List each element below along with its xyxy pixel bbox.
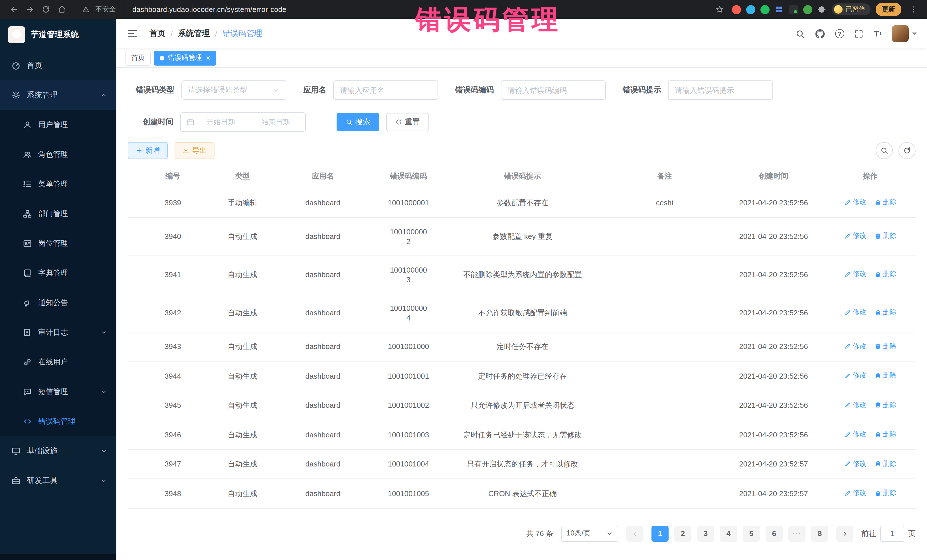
delete-link[interactable]: 删除 (874, 459, 897, 469)
delete-link[interactable]: 删除 (874, 371, 897, 380)
page-button-1[interactable]: 1 (652, 525, 669, 542)
error-hint-input[interactable] (668, 80, 773, 100)
browser-forward-icon[interactable] (23, 3, 36, 16)
sidebar-item-user-management[interactable]: 用户管理 (0, 110, 116, 140)
edit-link[interactable]: 修改 (844, 371, 866, 380)
browser-menu-icon[interactable] (906, 3, 920, 16)
sidebar-item-audit-log[interactable]: 审计日志 (0, 318, 116, 347)
search-icon[interactable] (795, 29, 805, 39)
refresh-icon (395, 118, 402, 126)
infra-icon (11, 446, 21, 456)
table-row: 3940自动生成dashboard1001000002参数配置 key 重复20… (128, 217, 916, 255)
edit-link[interactable]: 修改 (844, 488, 866, 498)
pager-more-button[interactable]: ··· (789, 525, 805, 542)
browser-back-icon[interactable] (7, 3, 21, 16)
extension-icon[interactable] (760, 5, 769, 14)
delete-link[interactable]: 删除 (874, 197, 897, 207)
fullscreen-icon[interactable] (854, 29, 864, 39)
sidebar-item-notice-announcement[interactable]: 通知公告 (0, 288, 116, 318)
sidebar-item-sms-management[interactable]: 短信管理 (0, 377, 116, 407)
page-button-3[interactable]: 3 (697, 525, 714, 542)
page-button-2[interactable]: 2 (674, 525, 691, 542)
bookmark-star-icon[interactable] (713, 3, 726, 16)
tab-home[interactable]: 首页 (126, 50, 150, 65)
cell-remark (607, 255, 722, 294)
cell-type: 自动生成 (218, 449, 267, 479)
sidebar-item-home[interactable]: 首页 (0, 51, 116, 80)
error-code-type-select[interactable]: 请选择错误码类型 (181, 80, 286, 100)
prev-page-button[interactable] (626, 525, 643, 542)
tab-error-code[interactable]: 错误码管理 (154, 50, 216, 65)
page-button-8[interactable]: 8 (811, 525, 828, 542)
users-icon (23, 150, 32, 159)
delete-link[interactable]: 删除 (874, 488, 897, 498)
edit-link[interactable]: 修改 (844, 308, 866, 317)
delete-link[interactable]: 删除 (874, 231, 897, 241)
export-button[interactable]: 导出 (175, 142, 214, 159)
cell-code: 1001001004 (379, 449, 438, 479)
sidebar-item-dict-management[interactable]: 字典管理 (0, 258, 116, 288)
breadcrumb-item[interactable]: 首页 (149, 29, 166, 39)
sidebar-item-dev-tools[interactable]: 研发工具 (0, 466, 116, 496)
sidebar-item-infrastructure[interactable]: 基础设施 (0, 436, 116, 466)
app-name-input[interactable] (333, 80, 438, 100)
filter-label: 错误码类型 (136, 85, 174, 95)
next-page-button[interactable] (836, 525, 853, 542)
extension-icon[interactable] (746, 5, 755, 14)
delete-link[interactable]: 删除 (874, 308, 897, 317)
extension-icon[interactable] (774, 5, 784, 14)
sidebar-item-error-code-management[interactable]: 错误码管理 (0, 407, 116, 436)
edit-link[interactable]: 修改 (844, 197, 866, 207)
delete-link[interactable]: 删除 (874, 341, 897, 351)
edit-link[interactable]: 修改 (844, 341, 866, 351)
cell-actions: 修改删除 (825, 420, 916, 449)
delete-link[interactable]: 删除 (874, 429, 897, 439)
close-icon[interactable] (206, 54, 210, 62)
delete-link[interactable]: 删除 (874, 269, 897, 279)
filter-item-app-name: 应用名 (303, 80, 438, 100)
page-button-6[interactable]: 6 (766, 525, 783, 542)
browser-update-button[interactable]: 更新 (876, 3, 901, 16)
reset-button[interactable]: 重置 (386, 113, 429, 131)
site-security-indicator[interactable]: 不安全 (79, 3, 116, 16)
edit-link[interactable]: 修改 (844, 400, 866, 410)
font-size-icon[interactable] (874, 30, 882, 38)
sidebar-toggle-icon[interactable] (127, 28, 138, 39)
sidebar-item-menu-management[interactable]: 菜单管理 (0, 169, 116, 199)
edit-link[interactable]: 修改 (844, 231, 866, 241)
url-text[interactable]: dashboard.yudao.iocoder.cn/system/error-… (132, 5, 286, 14)
page-button-4[interactable]: 4 (720, 525, 737, 542)
page-button-5[interactable]: 5 (743, 525, 760, 542)
delete-link[interactable]: 删除 (874, 400, 897, 410)
create-time-range-picker[interactable]: 开始日期 - 结束日期 (180, 112, 306, 132)
edit-link[interactable]: 修改 (844, 459, 866, 469)
extension-icon[interactable] (789, 5, 798, 14)
extension-icon[interactable] (803, 5, 812, 14)
search-button[interactable]: 搜索 (337, 113, 379, 131)
refresh-table-button[interactable] (898, 142, 916, 159)
extensions-puzzle-icon[interactable] (817, 5, 826, 14)
browser-home-icon[interactable] (55, 3, 68, 16)
edit-link[interactable]: 修改 (844, 429, 866, 439)
total-count: 共 76 条 (526, 528, 553, 539)
toggle-search-button[interactable] (876, 142, 893, 159)
sidebar-item-system-management[interactable]: 系统管理 (0, 80, 116, 110)
breadcrumb-item[interactable]: 系统管理 (178, 29, 210, 39)
sidebar-item-role-management[interactable]: 角色管理 (0, 140, 116, 169)
help-icon[interactable] (835, 29, 844, 38)
sidebar-item-post-management[interactable]: 岗位管理 (0, 229, 116, 258)
goto-page-input[interactable] (880, 525, 904, 542)
github-icon[interactable] (815, 29, 825, 39)
extension-icon[interactable] (732, 5, 741, 14)
profile-paused-badge[interactable]: 已暂停 (831, 3, 871, 15)
edit-link[interactable]: 修改 (844, 269, 866, 279)
table-row: 3947自动生成dashboard1001001004只有开启状态的任务，才可以… (128, 449, 916, 479)
sidebar-item-dept-management[interactable]: 部门管理 (0, 199, 116, 229)
user-menu[interactable] (892, 25, 917, 42)
sidebar-item-online-users[interactable]: 在线用户 (0, 347, 116, 377)
add-button[interactable]: 新增 (128, 142, 168, 159)
page-size-select[interactable]: 10条/页 (561, 525, 619, 542)
logo-row[interactable]: 芋道管理系统 (0, 19, 116, 51)
error-code-input[interactable] (501, 80, 606, 100)
browser-reload-icon[interactable] (39, 3, 53, 16)
